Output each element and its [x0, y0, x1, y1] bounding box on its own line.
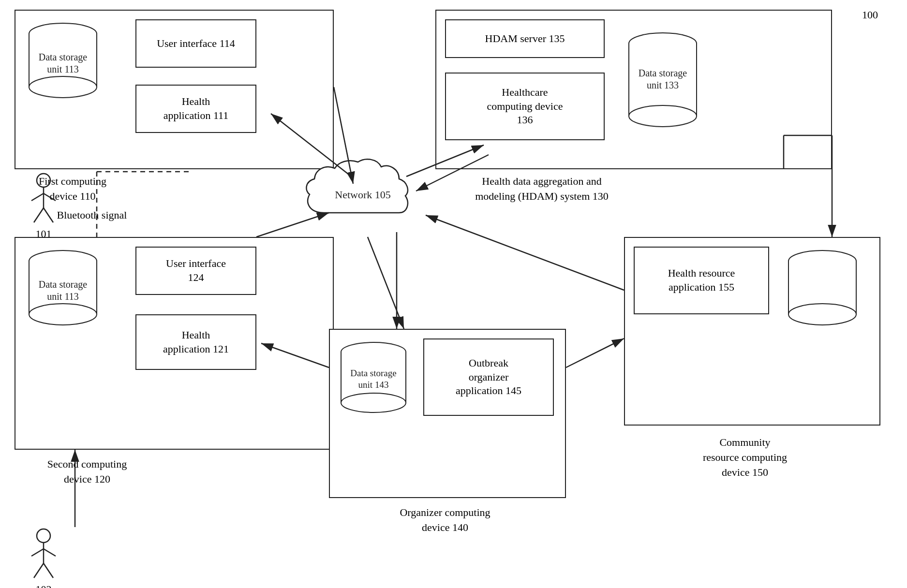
svg-line-58 — [426, 215, 624, 290]
svg-text:unit 133: unit 133 — [647, 80, 679, 90]
organizer-device-label: Organizer computingdevice 140 — [348, 505, 542, 535]
data-storage-133: Data storage unit 133 — [624, 29, 701, 132]
svg-text:unit 113: unit 113 — [47, 64, 78, 74]
svg-line-44 — [34, 563, 44, 578]
svg-point-19 — [29, 304, 97, 325]
svg-text:Network 105: Network 105 — [335, 189, 390, 201]
svg-text:Data storage: Data storage — [39, 52, 88, 63]
svg-point-40 — [37, 529, 50, 543]
svg-point-4 — [29, 76, 97, 98]
data-storage-113-top: Data storage unit 113 — [24, 19, 102, 103]
bluetooth-signal-label: Bluetooth signal — [48, 208, 135, 223]
user-interface-124: User interface124 — [135, 247, 256, 295]
svg-line-36 — [31, 193, 44, 201]
health-app-111: Healthapplication 111 — [135, 85, 256, 133]
svg-text:unit 113: unit 113 — [47, 291, 78, 302]
data-storage-community — [784, 247, 861, 331]
healthcare-computing-device-136: Healthcarecomputing device136 — [445, 73, 605, 140]
svg-point-11 — [629, 105, 697, 127]
ref-100: 100 — [862, 9, 878, 21]
svg-point-26 — [341, 393, 406, 412]
svg-line-37 — [44, 193, 56, 201]
second-computing-device-label: Second computingdevice 120 — [19, 457, 155, 487]
svg-text:Data storage: Data storage — [639, 68, 687, 79]
svg-text:unit 143: unit 143 — [358, 380, 389, 390]
svg-point-34 — [37, 174, 50, 187]
data-storage-143: Data storage unit 143 — [336, 338, 411, 418]
svg-point-33 — [788, 304, 856, 325]
user-interface-114: User interface 114 — [135, 19, 256, 68]
svg-text:Data storage: Data storage — [350, 368, 396, 378]
outbreak-organizer-app-145: Outbreakorganizerapplication 145 — [423, 338, 554, 416]
svg-text:Data storage: Data storage — [39, 279, 88, 290]
hdam-system-label: Health data aggregation andmodeling (HDA… — [421, 174, 663, 204]
svg-line-55 — [368, 237, 404, 329]
svg-line-45 — [44, 563, 53, 578]
person-102: 102 — [27, 527, 60, 588]
community-device-label: Communityresource computingdevice 150 — [648, 435, 842, 480]
health-app-121: Healthapplication 121 — [135, 314, 256, 370]
svg-line-42 — [31, 549, 44, 556]
svg-line-57 — [566, 338, 624, 368]
network-cloud: Network 105 — [300, 155, 426, 244]
health-resource-app-155: Health resourceapplication 155 — [634, 247, 769, 314]
svg-line-38 — [34, 208, 44, 222]
diagram: 100 Data storage unit 113 User interface… — [0, 0, 907, 588]
hdam-server-135: HDAM server 135 — [445, 19, 605, 58]
svg-line-43 — [44, 549, 56, 556]
person-101: 101 — [27, 172, 60, 240]
data-storage-113-bottom: Data storage unit 113 — [24, 247, 102, 331]
